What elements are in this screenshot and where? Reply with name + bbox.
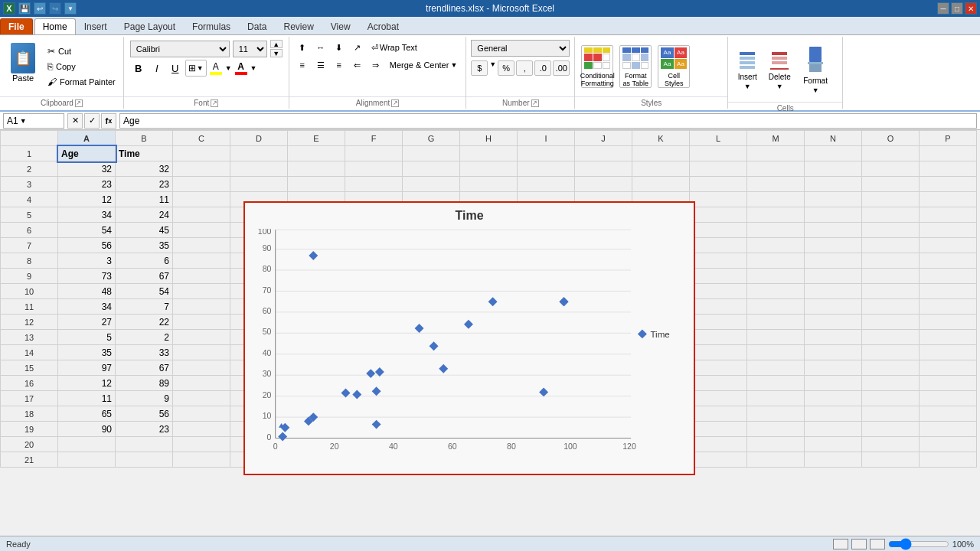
col-header-H[interactable]: H	[460, 131, 518, 146]
cell-reference-box[interactable]: A1 ▼	[3, 113, 64, 129]
col-header-N[interactable]: N	[805, 131, 862, 146]
format-dropdown[interactable]: ▼	[812, 86, 819, 94]
table-cell[interactable]	[805, 330, 862, 345]
table-cell[interactable]	[173, 192, 230, 207]
table-cell[interactable]: 56	[58, 238, 116, 253]
table-cell[interactable]	[173, 315, 230, 330]
insert-dropdown[interactable]: ▼	[744, 83, 751, 90]
col-header-L[interactable]: L	[690, 131, 747, 146]
table-cell[interactable]: 54	[58, 223, 116, 238]
table-cell[interactable]	[690, 269, 747, 284]
table-cell[interactable]	[747, 376, 805, 391]
font-size-increase[interactable]: ▲	[270, 40, 283, 48]
table-cell[interactable]	[58, 452, 116, 468]
col-header-D[interactable]: D	[230, 131, 288, 146]
table-cell[interactable]	[747, 238, 805, 253]
table-cell[interactable]: 12	[58, 376, 116, 391]
tab-acrobat[interactable]: Acrobat	[359, 18, 407, 34]
table-cell[interactable]	[805, 192, 862, 207]
table-cell[interactable]	[920, 452, 977, 468]
table-cell[interactable]	[862, 299, 920, 315]
col-header-J[interactable]: J	[575, 131, 632, 146]
page-break-view-button[interactable]	[870, 539, 885, 549]
table-cell[interactable]	[518, 146, 575, 161]
col-header-F[interactable]: F	[345, 131, 403, 146]
table-cell[interactable]	[173, 223, 230, 238]
table-cell[interactable]	[403, 146, 460, 161]
tab-home[interactable]: Home	[34, 18, 76, 34]
table-cell[interactable]	[747, 299, 805, 315]
table-cell[interactable]	[690, 422, 747, 437]
tab-insert[interactable]: Insert	[76, 18, 116, 34]
align-middle-button[interactable]: ↔	[312, 40, 329, 55]
table-cell[interactable]	[173, 177, 230, 192]
wrap-text-button[interactable]: ⏎ Wrap Text	[368, 40, 421, 55]
table-cell[interactable]: 35	[58, 345, 116, 360]
table-cell[interactable]	[805, 315, 862, 330]
table-cell[interactable]	[747, 437, 805, 452]
table-cell[interactable]	[920, 422, 977, 437]
table-cell[interactable]	[862, 437, 920, 452]
col-header-K[interactable]: K	[632, 131, 690, 146]
insert-function-button[interactable]: fx	[101, 113, 116, 129]
table-cell[interactable]: 89	[116, 376, 173, 391]
table-cell[interactable]	[173, 452, 230, 468]
table-cell[interactable]	[575, 146, 632, 161]
save-icon[interactable]: 💾	[18, 2, 31, 15]
table-cell[interactable]: 33	[116, 345, 173, 360]
table-cell[interactable]: 34	[58, 299, 116, 315]
table-cell[interactable]	[862, 360, 920, 376]
table-cell[interactable]	[116, 452, 173, 468]
table-cell[interactable]	[805, 376, 862, 391]
table-cell[interactable]	[173, 437, 230, 452]
table-cell[interactable]: 45	[116, 223, 173, 238]
table-cell[interactable]	[230, 177, 288, 192]
highlight-color-button[interactable]: A	[208, 60, 224, 76]
table-cell[interactable]	[920, 146, 977, 161]
table-cell[interactable]	[345, 161, 403, 177]
table-cell[interactable]	[288, 177, 345, 192]
comma-button[interactable]: ,	[516, 60, 533, 76]
table-cell[interactable]	[862, 391, 920, 406]
alignment-expand-icon[interactable]: ↗	[391, 99, 399, 107]
italic-button[interactable]: I	[149, 60, 165, 77]
clipboard-expand-icon[interactable]: ↗	[75, 99, 83, 107]
table-cell[interactable]	[920, 376, 977, 391]
text-orientation-button[interactable]: ↗	[349, 40, 366, 55]
table-cell[interactable]	[920, 299, 977, 315]
table-cell[interactable]	[173, 422, 230, 437]
table-cell[interactable]	[862, 284, 920, 299]
font-expand-icon[interactable]: ↗	[211, 99, 218, 107]
table-cell[interactable]	[575, 177, 632, 192]
cancel-formula-button[interactable]: ✕	[67, 113, 83, 129]
tab-file[interactable]: File	[0, 18, 33, 34]
table-cell[interactable]	[862, 253, 920, 269]
table-cell[interactable]	[747, 315, 805, 330]
format-button[interactable]: Format ▼	[797, 40, 834, 99]
table-cell[interactable]	[920, 391, 977, 406]
table-cell[interactable]	[920, 161, 977, 177]
table-cell[interactable]	[173, 360, 230, 376]
font-size-select[interactable]: 11	[233, 41, 267, 57]
conditional-formatting-button[interactable]: ConditionalFormatting	[581, 45, 613, 88]
tab-data[interactable]: Data	[239, 18, 275, 34]
cell-ref-dropdown[interactable]: ▼	[20, 117, 27, 125]
highlight-dropdown[interactable]: ▼	[225, 64, 232, 72]
page-layout-view-button[interactable]	[851, 539, 867, 549]
redo-icon[interactable]: ↪	[49, 2, 61, 15]
table-cell[interactable]: 27	[58, 315, 116, 330]
table-cell[interactable]	[862, 223, 920, 238]
table-cell[interactable]	[230, 146, 288, 161]
table-cell[interactable]	[805, 269, 862, 284]
align-right-button[interactable]: ≡	[331, 57, 348, 73]
table-cell[interactable]	[805, 299, 862, 315]
number-expand-icon[interactable]: ↗	[531, 99, 539, 107]
table-cell[interactable]	[173, 207, 230, 223]
table-cell[interactable]	[920, 177, 977, 192]
table-cell[interactable]	[173, 269, 230, 284]
minimize-button[interactable]: ─	[937, 2, 949, 15]
table-cell[interactable]	[690, 253, 747, 269]
increase-decimal-button[interactable]: .0	[534, 60, 551, 76]
table-cell[interactable]	[862, 269, 920, 284]
table-cell[interactable]: 73	[58, 269, 116, 284]
